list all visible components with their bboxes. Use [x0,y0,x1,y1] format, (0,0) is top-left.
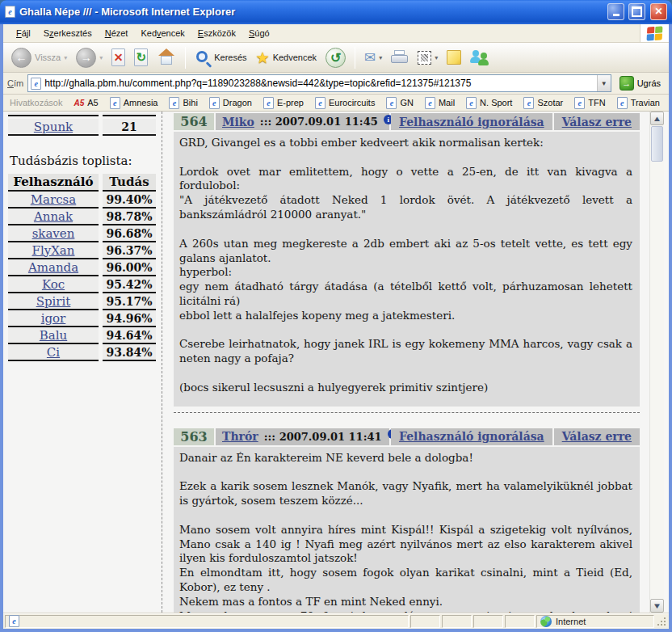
user-link[interactable]: igor [41,311,66,326]
links-bar-item-eurocircuits[interactable]: Eurocircuits [315,97,375,109]
links-bar-item-tfn[interactable]: TFN [574,97,605,109]
address-input[interactable]: http://ghalla.pbm.hu/comment.php?q=11890… [27,74,611,92]
security-zone-pane: Internet [536,615,654,628]
post-author-link[interactable]: Miko [222,116,254,129]
browser-window: Ghalla Népe /// - Microsoft Internet Exp… [0,0,672,632]
ie-page-icon [5,6,15,18]
user-link-spunk[interactable]: Spunk [34,120,73,134]
user-link[interactable]: FlyXan [32,243,75,258]
links-bar-item-a5[interactable]: A5A5 [74,98,98,107]
user-link[interactable]: Spirit [36,294,71,309]
toplist-row: Marcsa99.40% [8,192,158,209]
reply-link[interactable]: Válasz erre [562,430,632,443]
back-button[interactable]: Vissza ▾ [8,46,70,70]
history-icon [326,48,346,68]
address-label: Cím [7,78,23,88]
post-list: 564 Miko ::: 2007.09.01 11:45 Felhasznál… [162,112,649,613]
user-score: 95.42% [103,276,156,293]
user-score: 94.64% [103,327,156,344]
ie-page-icon [315,97,326,109]
ie-page-icon [263,97,274,109]
internet-globe-icon [540,616,552,627]
menu-help[interactable]: Súgó [242,26,276,40]
edit-dropdown[interactable]: ▾ [435,54,438,61]
refresh-icon [134,48,148,66]
user-score: 21 [103,119,156,136]
status-pane [410,615,440,628]
links-bar-label: Hivatkozások [10,98,62,107]
links-bar-item-mail[interactable]: Mail [425,97,455,109]
address-dropdown[interactable] [597,75,611,91]
post-datetime: ::: 2007.09.01 11:45 [260,116,378,128]
toplist-row: Spirit95.17% [8,293,158,310]
links-bar-item-travian[interactable]: Travian [617,97,660,109]
address-url[interactable]: http://ghalla.pbm.hu/comment.php?q=11890… [44,78,593,89]
scrollbar-thumb[interactable] [651,126,663,162]
scroll-down-button[interactable] [650,599,664,613]
discuss-button[interactable] [443,48,464,66]
menu-file[interactable]: Fájl [10,26,37,40]
minimize-button[interactable] [607,3,624,20]
window-title: Ghalla Népe /// - Microsoft Internet Exp… [19,6,603,18]
links-bar-item-nsport[interactable]: N. Sport [466,97,512,109]
post-header: 563 Thrór ::: 2007.09.01 11:41 Felhaszná… [174,428,640,445]
search-button[interactable]: Keresés [191,48,250,67]
links-bar-item-bihi[interactable]: Bihi [169,97,197,109]
back-dropdown[interactable]: ▾ [64,54,67,61]
resize-grip[interactable] [656,615,667,628]
close-button[interactable] [650,3,667,20]
links-bar-item-szotar[interactable]: Szotar [523,97,563,109]
mail-dropdown[interactable]: ▾ [379,54,382,61]
forum-post-563: 563 Thrór ::: 2007.09.01 11:41 Felhaszná… [174,428,640,613]
scroll-up-button[interactable] [650,112,664,125]
links-bar-item-dragon[interactable]: Dragon [209,97,252,109]
user-link[interactable]: Annak [34,209,73,224]
user-link[interactable]: skaven [32,226,75,241]
go-arrow-icon [620,76,634,91]
post-author-cell: Miko ::: 2007.09.01 11:45 [216,113,389,130]
toplist-row: Balu94.64% [8,327,158,344]
menu-edit[interactable]: Szerkesztés [37,26,99,40]
zone-label: Internet [556,617,586,626]
maximize-button[interactable] [628,3,645,20]
user-link[interactable]: Ci [47,345,60,360]
scrollbar-track[interactable] [650,125,664,599]
menu-tools[interactable]: Eszközök [191,26,242,40]
forward-dropdown[interactable]: ▾ [99,54,103,61]
ie-page-icon [466,97,477,109]
home-button[interactable] [153,47,179,68]
user-link[interactable]: Koc [42,277,65,292]
user-score: 96.00% [103,259,156,276]
title-bar: Ghalla Népe /// - Microsoft Internet Exp… [0,0,672,24]
reply-link[interactable]: Válasz erre [562,116,632,129]
menu-view[interactable]: Nézet [99,26,135,40]
favorites-button[interactable]: Kedvencek [253,48,320,67]
user-link[interactable]: Balu [40,328,67,343]
ignore-user-link[interactable]: Felhasználó ignorálása [399,116,544,129]
post-author-link[interactable]: Thrór [222,430,258,443]
edit-button[interactable]: ▾ [414,49,441,66]
ignore-user-link[interactable]: Felhasználó ignorálása [399,430,544,443]
ie-page-icon [574,97,585,109]
go-button[interactable]: Ugrás [615,75,665,91]
menu-favorites[interactable]: Kedvencek [134,26,191,40]
vertical-scrollbar[interactable] [649,112,664,613]
links-bar-item-amnesia[interactable]: Amnesia [110,97,158,109]
post-body: Danair az Én karaktereim NE keverd bele … [174,447,640,613]
status-pane [442,615,472,628]
stop-button[interactable] [108,47,128,68]
history-button[interactable] [322,46,349,70]
back-icon [11,48,32,68]
user-link[interactable]: Marcsa [31,192,77,207]
messenger-button[interactable] [467,48,493,67]
page-viewport: Spunk 21 Tudásbázis toplista: Felhasznál… [3,112,669,613]
links-bar-item-eprep[interactable]: E-prep [263,97,304,109]
mail-button[interactable]: ▾ [361,49,385,66]
forward-button[interactable]: ▾ [73,46,106,70]
post-number: 563 [174,428,214,445]
links-bar-item-gn[interactable]: GN [386,97,414,109]
print-button[interactable] [388,48,412,66]
user-link[interactable]: Amanda [28,260,78,275]
refresh-button[interactable] [131,47,151,68]
toolbar-separator [185,47,186,69]
